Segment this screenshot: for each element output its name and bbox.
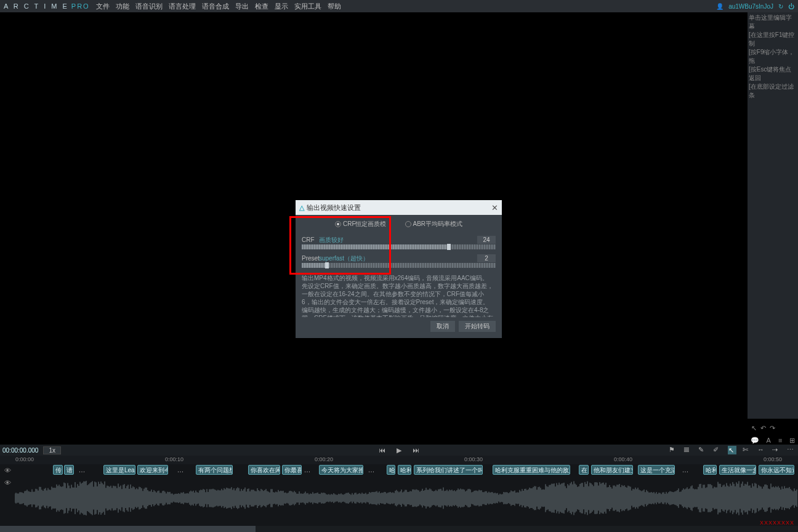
radio-crf-label: CRF恒定画质模	[343, 220, 387, 228]
eye-icon[interactable]: 👁	[0, 477, 15, 489]
subtitle-block[interactable]: 欢迎来到今	[137, 465, 168, 475]
power-icon[interactable]: ⏻	[788, 3, 794, 10]
radio-dot-icon	[405, 221, 411, 227]
chat-icon[interactable]: 💬	[751, 437, 759, 445]
prev-icon[interactable]: ⏮	[379, 446, 385, 454]
cursor-icon[interactable]: ↖	[728, 446, 736, 454]
track-visibility: 👁 👁	[0, 464, 15, 523]
dialog-title: 输出视频快速设置	[307, 203, 361, 212]
more-icon[interactable]: ⋯	[787, 446, 796, 454]
timeline: 0:00:000:00:100:00:200:00:300:00:400:00:…	[0, 456, 798, 532]
undo-icon[interactable]: ↶	[760, 424, 766, 432]
flag-icon[interactable]: ⚑	[669, 446, 677, 454]
crf-value[interactable]: 24	[477, 236, 496, 244]
subtitle-block[interactable]: 他和朋友们建立	[591, 465, 633, 475]
crf-quality-link[interactable]: 画质较好	[319, 236, 344, 244]
play-icon[interactable]: ▶	[397, 446, 401, 454]
app-logo: A R C T I M E PRO	[4, 2, 90, 10]
crf-label: CRF	[302, 236, 319, 243]
slider-thumb[interactable]	[447, 244, 451, 250]
link-icon[interactable]: ⇢	[772, 446, 781, 454]
edit-icon[interactable]: ✐	[713, 446, 722, 454]
crf-slider[interactable]	[302, 244, 496, 249]
subtitle-block[interactable]: 你最喜	[282, 465, 302, 475]
time-ruler[interactable]: 0:00:000:00:100:00:200:00:300:00:400:00:…	[0, 456, 798, 464]
subtitle-block[interactable]: 这是一个充满	[638, 465, 675, 475]
subtitle-block[interactable]: 哈利	[703, 465, 717, 475]
play-controls: ⏮ ▶ ⏭	[379, 446, 419, 454]
radio-abr[interactable]: ABR平均码率模式	[405, 220, 463, 228]
menu-tts[interactable]: 语音合成	[202, 2, 229, 11]
subtitle-block[interactable]: 你喜欢在闲暇	[248, 465, 280, 475]
user-icon: 👤	[716, 3, 723, 10]
slider-thumb[interactable]	[325, 262, 329, 268]
ruler-tick: 0:00:50	[764, 456, 782, 462]
pointer-icon[interactable]: ↖	[751, 424, 757, 432]
description-text: 输出MP4格式的视频，视频流采用x264编码，音频流采用AAC编码。先设定CRF…	[302, 274, 496, 317]
subtitle-block[interactable]: 哈利	[398, 465, 411, 475]
radio-abr-label: ABR平均码率模式	[413, 220, 463, 228]
username[interactable]: au1WBu7sInJoJ	[728, 3, 773, 10]
error-indicator: XXXXXXXX	[760, 520, 794, 526]
subtitle-block[interactable]: 哈	[387, 465, 395, 475]
wand-icon[interactable]: ✎	[698, 446, 707, 454]
dialog-titlebar[interactable]: △ 输出视频快速设置 ✕	[296, 200, 502, 215]
main-menu: 文件 功能 语音识别 语言处理 语音合成 导出 检查 显示 实用工具 帮助	[96, 2, 341, 11]
subtitle-block[interactable]: 哈利克服重重困难与他的敌人伏	[493, 465, 570, 475]
speed-selector[interactable]: 1x	[43, 446, 61, 454]
radio-crf[interactable]: CRF恒定画质模	[335, 220, 387, 228]
menu-function[interactable]: 功能	[116, 2, 129, 11]
grid-icon[interactable]: ⊞	[789, 437, 795, 445]
menu-export[interactable]: 导出	[235, 2, 249, 11]
menu-file[interactable]: 文件	[96, 2, 110, 11]
side-line: [在这里按F1键控制	[749, 31, 797, 48]
preset-row: Preset superfast（超快） 2	[296, 252, 502, 263]
subtitle-block[interactable]: 你永远不知道	[759, 465, 794, 475]
subtitle-track[interactable]: 传请这里是Leami欢迎来到今有两个问题想你喜欢在闲暇你最喜今天将为大家推荐哈哈…	[15, 464, 798, 477]
subtitle-block[interactable]: 传	[53, 465, 63, 475]
menu-asr[interactable]: 语音识别	[135, 2, 163, 11]
subtitle-block[interactable]: 请	[64, 465, 74, 475]
scrollbar-thumb[interactable]	[0, 526, 256, 532]
top-right: 👤 au1WBu7sInJoJ ↻ ⏻	[716, 3, 794, 10]
subtitle-gap: …	[76, 465, 87, 475]
eye-icon[interactable]: 👁	[0, 464, 15, 477]
preset-slider[interactable]	[302, 263, 496, 268]
subtitle-gap: …	[302, 465, 313, 475]
menu-check[interactable]: 检查	[255, 2, 268, 11]
preset-value[interactable]: 2	[477, 254, 496, 262]
side-line: [在底部设定过滤条	[749, 83, 797, 100]
subtitle-block[interactable]: 在	[579, 465, 589, 475]
crf-slider-row	[296, 244, 502, 252]
text-a-icon[interactable]: A	[767, 437, 771, 444]
cancel-button[interactable]: 取消	[430, 321, 455, 332]
cut-icon[interactable]: ✄	[743, 446, 751, 454]
menu-help[interactable]: 帮助	[328, 2, 341, 11]
subtitle-gap: …	[175, 465, 186, 475]
menu-tools[interactable]: 实用工具	[294, 2, 321, 11]
h-scrollbar[interactable]	[0, 526, 798, 532]
waveform	[15, 477, 798, 520]
subtitle-block[interactable]: 生活就像一盒	[719, 465, 756, 475]
waveform-track[interactable]	[15, 477, 798, 520]
move-icon[interactable]: ↔	[757, 446, 766, 454]
subtitle-block[interactable]: 系列给我们讲述了一个叫哈	[414, 465, 483, 475]
logo-pro: PRO	[71, 2, 90, 10]
refresh-icon[interactable]: ↻	[778, 3, 783, 10]
close-icon[interactable]: ✕	[491, 203, 498, 212]
start-button[interactable]: 开始转码	[459, 321, 496, 332]
dialog-buttons: 取消 开始转码	[296, 317, 502, 334]
menu-lang[interactable]: 语言处理	[169, 2, 196, 11]
next-icon[interactable]: ⏭	[413, 446, 419, 454]
subtitle-block[interactable]: 今天将为大家推荐	[319, 465, 363, 475]
menu-display[interactable]: 显示	[275, 2, 288, 11]
magnet-icon[interactable]: 𝌆	[683, 446, 692, 454]
redo-icon[interactable]: ↷	[770, 424, 775, 432]
side-line: 单击这里编辑字幕	[749, 14, 797, 31]
subtitle-block[interactable]: 有两个问题想	[196, 465, 233, 475]
list-icon[interactable]: ≡	[778, 437, 782, 444]
preset-link[interactable]: superfast（超快）	[319, 254, 369, 263]
subtitle-block[interactable]: 这里是Leami	[103, 465, 135, 475]
preset-slider-row	[296, 263, 502, 270]
subtitle-panel[interactable]: 单击这里编辑字幕 [在这里按F1键控制 [按F9缩小字体，拖 [按Esc键将焦点…	[748, 12, 798, 419]
